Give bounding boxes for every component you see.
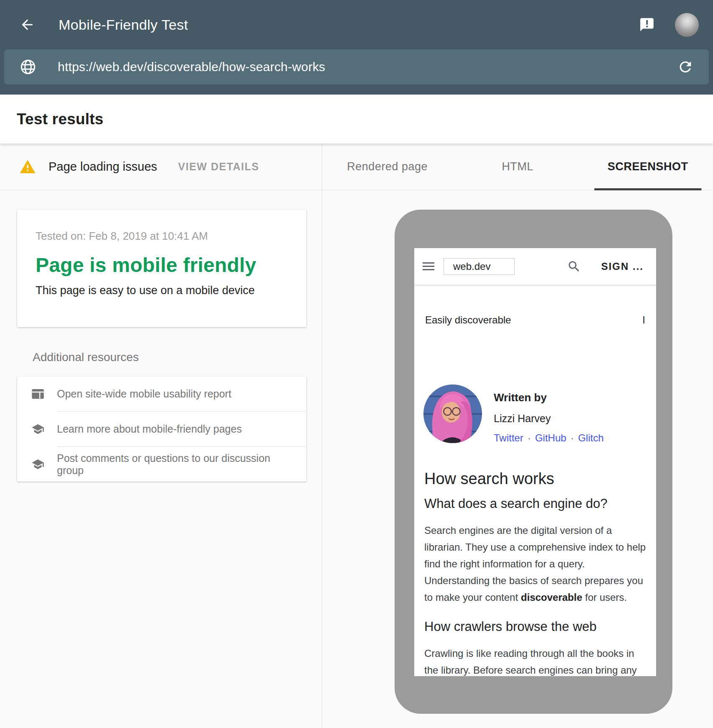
phone-screenshot: web.dev SIGN ... Easily discoverable I: [414, 248, 656, 676]
url-bar[interactable]: https://web.dev/discoverable/how-search-…: [4, 49, 709, 85]
app-bar: Mobile-Friendly Test: [0, 0, 713, 49]
globe-icon: [19, 58, 37, 76]
results-panel: Page loading issues VIEW DETAILS Tested …: [0, 144, 322, 728]
section-heading: What does a search engine do?: [424, 496, 646, 511]
hamburger-menu-icon: [423, 260, 434, 272]
resource-item-discussion-group[interactable]: Post comments or questions to our discus…: [17, 447, 306, 482]
resource-item-usability-report[interactable]: Open site-wide mobile usability report: [17, 377, 306, 411]
additional-resources-card: Open site-wide mobile usability report L…: [17, 377, 306, 482]
sign-in-label: SIGN ...: [601, 261, 644, 272]
mobile-friendly-test-app: Mobile-Friendly Test https://web.dev/dis…: [0, 0, 713, 728]
main-content: Page loading issues VIEW DETAILS Tested …: [0, 144, 713, 728]
page-title-bar: Test results: [0, 95, 713, 144]
school-icon: [31, 458, 44, 471]
additional-resources-title: Additional resources: [33, 351, 322, 364]
resource-label: Post comments or questions to our discus…: [57, 452, 292, 477]
refresh-icon[interactable]: [677, 59, 694, 75]
result-card: Tested on: Feb 8, 2019 at 10:41 AM Page …: [17, 210, 306, 327]
article: How search works What does a search engi…: [424, 470, 646, 676]
clipped-icon: I: [642, 314, 645, 326]
school-icon: [31, 423, 44, 436]
screenshot-site-navbar: web.dev SIGN ...: [414, 248, 656, 285]
section-paragraph: Search engines are the digital version o…: [424, 522, 646, 606]
verdict-description: This page is easy to use on a mobile dev…: [36, 284, 288, 297]
article-title: How search works: [424, 470, 646, 488]
preview-panel: Rendered page HTML SCREENSHOT web.dev SI…: [322, 144, 713, 728]
github-link: GitHub: [535, 432, 567, 443]
glitch-link: Glitch: [578, 432, 603, 443]
tested-on-timestamp: Tested on: Feb 8, 2019 at 10:41 AM: [36, 230, 288, 243]
section-paragraph: Crawling is like reading through all the…: [424, 645, 646, 676]
back-arrow-icon[interactable]: [19, 17, 35, 33]
site-name: web.dev: [453, 261, 490, 272]
twitter-link: Twitter: [494, 432, 523, 443]
author-info: Written by Lizzi Harvey Twitter·GitHub·G…: [494, 385, 604, 444]
author-block: Written by Lizzi Harvey Twitter·GitHub·G…: [423, 385, 647, 444]
usability-report-icon: [31, 387, 44, 400]
breadcrumb-row: Easily discoverable I: [425, 314, 645, 326]
resource-label: Learn more about mobile-friendly pages: [57, 423, 242, 435]
user-avatar[interactable]: [675, 13, 699, 37]
tab-screenshot[interactable]: SCREENSHOT: [583, 144, 713, 190]
app-header: Mobile-Friendly Test https://web.dev/dis…: [0, 0, 713, 95]
warning-icon: [19, 159, 36, 175]
author-avatar: [423, 385, 482, 443]
verdict-heading: Page is mobile friendly: [36, 254, 288, 277]
page-title: Test results: [17, 110, 103, 128]
phone-mockup: web.dev SIGN ... Easily discoverable I: [395, 210, 672, 714]
site-name-box: web.dev: [444, 258, 515, 275]
author-links: Twitter·GitHub·Glitch: [494, 432, 604, 444]
search-icon: [567, 259, 581, 274]
resource-item-learn-more[interactable]: Learn more about mobile-friendly pages: [17, 412, 306, 446]
tab-rendered-page[interactable]: Rendered page: [322, 144, 452, 190]
section-heading: How crawlers browse the web: [424, 619, 646, 634]
tab-html[interactable]: HTML: [452, 144, 582, 190]
preview-tabs: Rendered page HTML SCREENSHOT: [322, 144, 713, 190]
page-loading-issues-row: Page loading issues VIEW DETAILS: [0, 144, 322, 190]
app-title: Mobile-Friendly Test: [59, 17, 188, 33]
issues-label: Page loading issues: [49, 160, 157, 174]
resource-label: Open site-wide mobile usability report: [57, 388, 231, 400]
written-by-label: Written by: [494, 391, 604, 404]
breadcrumb: Easily discoverable: [425, 314, 511, 326]
tested-url[interactable]: https://web.dev/discoverable/how-search-…: [58, 60, 677, 74]
author-name: Lizzi Harvey: [494, 413, 604, 425]
feedback-icon[interactable]: [639, 17, 655, 33]
view-details-button[interactable]: VIEW DETAILS: [178, 161, 259, 173]
